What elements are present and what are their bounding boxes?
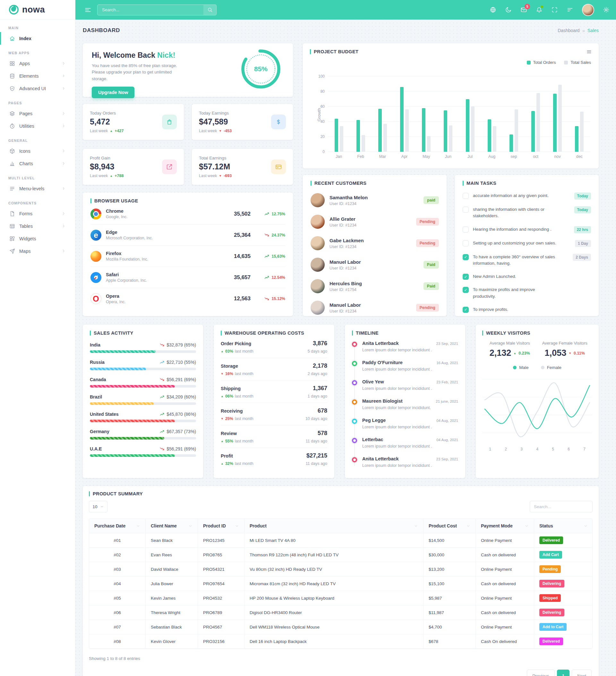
sidebar-item-forms[interactable]: Forms (0, 207, 75, 220)
visitors-x-tick: 5 (545, 447, 561, 451)
notifications-button[interactable] (536, 6, 543, 13)
sales-row-top: Russia$22,710 (55%) (90, 360, 196, 365)
upgrade-now-button[interactable]: Upgrade Now (92, 87, 134, 98)
menu-toggle-icon[interactable] (85, 6, 92, 13)
search-input[interactable] (98, 7, 204, 12)
trend-up-icon (160, 360, 165, 365)
sidebar-item-utilities[interactable]: Utilities (0, 120, 75, 132)
cost-name: Review (221, 431, 237, 436)
task-checkbox[interactable]: ✓ (463, 254, 469, 260)
dark-mode-moon-icon[interactable] (505, 6, 512, 13)
column-header-client-name[interactable]: Client Name (146, 519, 198, 533)
cost-value: 3,876 (313, 340, 327, 347)
y-tick-label: 60 (314, 104, 325, 109)
cell-cost: $678 (424, 634, 476, 649)
total-orders-bar (575, 126, 578, 152)
trend-up-icon (264, 253, 270, 259)
sidebar-item-pages[interactable]: Pages (0, 107, 75, 120)
cell-date: #02 (89, 548, 146, 562)
column-header-product-cost[interactable]: Product Cost (424, 519, 476, 533)
product-summary-title: PRODUCT SUMMARY (89, 491, 593, 496)
task-checkbox[interactable] (463, 207, 469, 213)
column-header-status[interactable]: Status (534, 519, 593, 533)
main-tasks-card: MAIN TASKS accurate information at any g… (455, 175, 599, 316)
country-label: U.A.E (90, 446, 102, 451)
search-button[interactable] (204, 5, 216, 15)
logo[interactable]: nowa (0, 0, 75, 19)
progress-bar (90, 350, 156, 353)
timeline-item: Olive Yew23 Feb, 2021Lorem ipsum dolor t… (352, 379, 458, 393)
sidebar-item-apps[interactable]: Apps (0, 57, 75, 70)
cost-change-suffix: last month (235, 416, 254, 421)
chevron-right-icon (62, 74, 66, 78)
column-header-purchase-date[interactable]: Purchase Date (89, 519, 146, 533)
x-tick-label: May (415, 154, 437, 159)
breadcrumb-dashboard[interactable]: Dashboard (558, 28, 580, 33)
column-header-product[interactable]: Product (244, 519, 424, 533)
table-search-input[interactable] (530, 501, 593, 512)
sidebar-item-tables[interactable]: Tables (0, 220, 75, 232)
sort-icon (136, 524, 140, 528)
legend-male-dot (513, 366, 516, 369)
sidebar-item-widgets[interactable]: Widgets (0, 232, 75, 245)
pagination-previous[interactable]: Previous (527, 670, 555, 676)
female-visitors-delta: 0.11% (574, 351, 585, 355)
sidebar-item-icons[interactable]: Icons (0, 145, 75, 157)
table-row: #03David WallacePRO54321Vu 80cm (32 inch… (89, 562, 592, 576)
user-avatar[interactable] (582, 4, 594, 16)
down-triangle-icon: ▼ (221, 417, 224, 420)
sidebar-item-charts[interactable]: Charts (0, 157, 75, 170)
cell-product: Micromax 81cm (32 inch) HD Ready LED TV (244, 576, 424, 591)
browser-info: OperaOpera, Inc. (106, 293, 126, 304)
messages-button[interactable]: 5 (520, 6, 527, 13)
fullscreen-icon[interactable] (551, 6, 558, 13)
y-tick-label: 100 (314, 74, 325, 78)
sidebar-item-advanced-ui[interactable]: Advanced UI (0, 82, 75, 95)
stat-label: Today Earnings (199, 111, 232, 115)
pagination-page-1[interactable]: 1 (557, 670, 570, 676)
column-header-payment-mode[interactable]: Payment Mode (476, 519, 534, 533)
total-orders-bar (444, 110, 447, 152)
sales-amount: $56,291 (69%) (167, 377, 196, 382)
progress-bar (90, 385, 175, 388)
column-header-product-id[interactable]: Product ID (198, 519, 244, 533)
timeline-item: Paddy O'Furniture16 Aug, 2021Lorem ipsum… (352, 360, 458, 374)
sidebar-item-maps[interactable]: Maps (0, 245, 75, 257)
timeline-dot (352, 457, 357, 462)
trend-down-icon (160, 377, 165, 382)
cell-client: Kevin James (146, 591, 198, 606)
sort-icon (414, 524, 418, 528)
sidebar-item-elements[interactable]: Elements (0, 70, 75, 82)
cost-ago: 5 days ago (308, 349, 327, 353)
gear-icon[interactable] (603, 6, 610, 13)
task-checkbox[interactable]: ✓ (463, 287, 469, 293)
task-checkbox[interactable] (463, 240, 469, 246)
pagination-next[interactable]: Next (572, 670, 592, 676)
globe-icon[interactable] (490, 6, 496, 13)
task-checkbox[interactable]: ✓ (463, 274, 469, 280)
task-checkbox[interactable] (463, 193, 469, 199)
cell-product: Mi LED Smart TV 4A 80 (244, 533, 424, 548)
sidebar-file-icon (9, 211, 15, 217)
main-tasks-title: MAIN TASKS (463, 181, 591, 186)
page-size-select[interactable]: 10 (89, 501, 108, 512)
chevron-right-icon (62, 161, 66, 166)
sidebar-item-menu-levels[interactable]: Menu-levels (0, 182, 75, 195)
timeline-head: Anita Letterback23 Sep, 2021 (362, 456, 458, 461)
task-checkbox[interactable] (463, 227, 469, 233)
sidebar-item-index[interactable]: Index (0, 32, 75, 45)
customer-info: Manuel LaborUser ID: #1234 (330, 259, 361, 271)
status-badge: Pending (416, 304, 439, 312)
task-checkbox[interactable]: ✓ (463, 307, 469, 313)
stat-card-today-earnings: Today Earnings$47,589Last week▼-453 (192, 104, 293, 140)
browser-percent: 12.54% (272, 275, 285, 280)
breadcrumb: Dashboard » Sales (558, 28, 599, 34)
filter-icon[interactable] (567, 6, 573, 13)
cost-ago: 11 days ago (306, 439, 327, 443)
card-menu-icon[interactable] (586, 48, 592, 55)
cell-cost: $14,500 (424, 533, 476, 548)
bar-group-dec (568, 76, 590, 152)
trend-down-icon (160, 342, 165, 347)
storage-percent: 85% (240, 48, 282, 90)
timeline-dot (352, 399, 357, 405)
